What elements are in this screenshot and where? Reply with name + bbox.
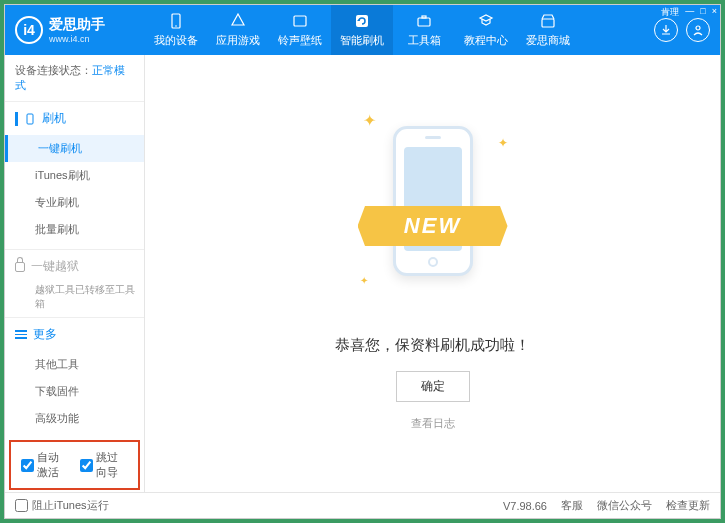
sidebar: 设备连接状态：正常模式 刷机 一键刷机 iTunes刷机 专业刷机 批量刷机 (5, 55, 145, 492)
sidebar-item-batch-flash[interactable]: 批量刷机 (35, 216, 144, 243)
sidebar-more-head[interactable]: 更多 (5, 318, 144, 351)
checkbox-auto-activate[interactable]: 自动激活 (21, 450, 70, 480)
app-url: www.i4.cn (49, 34, 105, 44)
service-link[interactable]: 客服 (561, 498, 583, 513)
app-title: 爱思助手 (49, 16, 105, 34)
menu-icon (15, 330, 27, 339)
sparkle-icon: ✦ (498, 136, 508, 150)
sidebar-flash-section: 刷机 一键刷机 iTunes刷机 专业刷机 批量刷机 (5, 102, 144, 250)
svg-point-1 (175, 25, 177, 27)
svg-rect-6 (542, 19, 554, 27)
svg-rect-2 (294, 16, 306, 26)
ok-button[interactable]: 确定 (396, 371, 470, 402)
nav-tabs: 我的设备 应用游戏 铃声壁纸 智能刷机 工具箱 教程中心 (145, 5, 644, 55)
store-icon (539, 12, 557, 30)
nav-ringtones[interactable]: 铃声壁纸 (269, 5, 331, 55)
checkbox-skip-setup[interactable]: 跳过向导 (80, 450, 129, 480)
sidebar-item-download-fw[interactable]: 下载固件 (35, 378, 144, 405)
nav-smart-flash[interactable]: 智能刷机 (331, 5, 393, 55)
nav-tutorials[interactable]: 教程中心 (455, 5, 517, 55)
tutorial-icon (477, 12, 495, 30)
version-label: V7.98.66 (503, 500, 547, 512)
nav-store[interactable]: 爱思商城 (517, 5, 579, 55)
app-logo-icon: i4 (15, 16, 43, 44)
sidebar-jailbreak-head: 一键越狱 (5, 250, 144, 283)
logo-area: i4 爱思助手 www.i4.cn (5, 16, 145, 44)
apps-icon (229, 12, 247, 30)
success-message: 恭喜您，保资料刷机成功啦！ (335, 336, 530, 355)
window-controls: 肯理 — □ × (661, 6, 717, 19)
svg-rect-4 (418, 18, 430, 26)
main-content: ✦ ✦ ✦ NEW 恭喜您，保资料刷机成功啦！ 确定 查看日志 (145, 55, 720, 492)
sparkle-icon: ✦ (363, 111, 376, 130)
update-link[interactable]: 检查更新 (666, 498, 710, 513)
section-indicator-icon (15, 112, 18, 126)
sidebar-jailbreak-section: 一键越狱 越狱工具已转移至工具箱 (5, 250, 144, 318)
nav-toolbox[interactable]: 工具箱 (393, 5, 455, 55)
checkbox-options: 自动激活 跳过向导 (9, 440, 140, 490)
phone-body (393, 126, 473, 276)
titlebar-right (644, 18, 720, 42)
toolbox-icon (415, 12, 433, 30)
download-icon[interactable] (654, 18, 678, 42)
titlebar: i4 爱思助手 www.i4.cn 我的设备 应用游戏 铃声壁纸 智能刷机 (5, 5, 720, 55)
svg-rect-8 (27, 114, 33, 124)
sidebar-more-section: 更多 其他工具 下载固件 高级功能 (5, 318, 144, 438)
jailbreak-note: 越狱工具已转移至工具箱 (35, 283, 144, 311)
sidebar-item-itunes-flash[interactable]: iTunes刷机 (35, 162, 144, 189)
device-icon (167, 12, 185, 30)
sidebar-item-advanced[interactable]: 高级功能 (35, 405, 144, 432)
body: 设备连接状态：正常模式 刷机 一键刷机 iTunes刷机 专业刷机 批量刷机 (5, 55, 720, 492)
sidebar-item-other-tools[interactable]: 其他工具 (35, 351, 144, 378)
svg-rect-5 (422, 16, 426, 18)
connection-status: 设备连接状态：正常模式 (5, 55, 144, 102)
svg-point-7 (696, 26, 700, 30)
nav-apps[interactable]: 应用游戏 (207, 5, 269, 55)
flash-icon (353, 12, 371, 30)
user-icon[interactable] (686, 18, 710, 42)
new-badge: NEW (358, 206, 508, 246)
sparkle-icon: ✦ (360, 275, 368, 286)
nav-my-device[interactable]: 我的设备 (145, 5, 207, 55)
wechat-link[interactable]: 微信公众号 (597, 498, 652, 513)
statusbar: 阻止iTunes运行 V7.98.66 客服 微信公众号 检查更新 (5, 492, 720, 518)
sidebar-flash-head[interactable]: 刷机 (5, 102, 144, 135)
lock-icon (15, 262, 25, 272)
ringtone-icon (291, 12, 309, 30)
view-log-link[interactable]: 查看日志 (411, 416, 455, 431)
win-ctrl-close[interactable]: × (712, 6, 717, 19)
sidebar-item-oneclick-flash[interactable]: 一键刷机 (5, 135, 144, 162)
phone-illustration: ✦ ✦ ✦ NEW (368, 116, 498, 316)
win-ctrl-menu[interactable]: 肯理 (661, 6, 679, 19)
block-itunes-checkbox[interactable]: 阻止iTunes运行 (15, 498, 109, 513)
phone-icon (24, 113, 36, 125)
win-ctrl-min[interactable]: — (685, 6, 694, 19)
app-window: 肯理 — □ × i4 爱思助手 www.i4.cn 我的设备 应用游戏 铃声壁… (4, 4, 721, 519)
sidebar-item-pro-flash[interactable]: 专业刷机 (35, 189, 144, 216)
win-ctrl-max[interactable]: □ (700, 6, 705, 19)
